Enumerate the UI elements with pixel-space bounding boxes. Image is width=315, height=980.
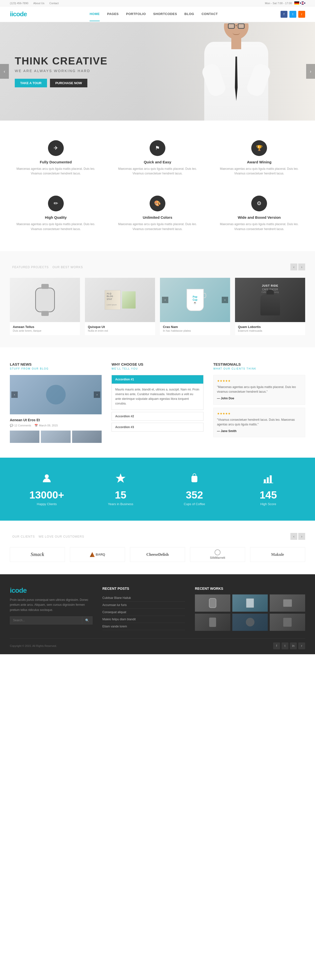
footer-post-link-0[interactable]: Cubitsar Blane Haituk <box>102 596 131 600</box>
contact-link[interactable]: Contact <box>49 2 59 5</box>
feature-title-4: Unlimited Colors <box>116 215 198 220</box>
feature-title-2: Award Wining <box>218 160 300 164</box>
nav-shortcodes[interactable]: SHORTCODES <box>153 7 177 21</box>
footer-facebook-icon[interactable]: f <box>273 643 280 649</box>
feature-icon-5: ⚙ <box>251 196 267 212</box>
project-name-1: Quisque Ut <box>88 325 152 329</box>
flag-uk[interactable] <box>300 2 305 5</box>
logo[interactable]: iicode <box>10 10 27 18</box>
feature-desc-2: Maecenas agentas arcu quis ligula mattis… <box>218 167 300 176</box>
rss-icon[interactable]: r <box>298 11 305 18</box>
project-item: ALQBLOGSTAT Lorem ipsum Quisque Ut Nulla… <box>85 278 155 335</box>
testimonial-author-1: — John Doe <box>217 396 301 401</box>
nav-home[interactable]: HOME <box>89 7 100 21</box>
projects-section: Featured Projects OUR BEST WORKS ‹ › Aen… <box>0 251 315 347</box>
blog-thumb-1 <box>10 431 40 443</box>
project-category-0: Duis ante lorem, ilarque <box>13 329 77 332</box>
nav-portfolio[interactable]: PORTFOLIO <box>126 7 146 21</box>
project-item: PopCup☕ ‹ › Cras Nam In hac habitasse pl… <box>160 278 230 335</box>
footer-work-5[interactable] <box>270 614 305 631</box>
person-glasses <box>228 23 245 29</box>
feature-icon-3: ✏ <box>48 196 64 212</box>
footer-post-link-3[interactable]: Maleio felipu diam blandit <box>102 617 135 621</box>
client-name-1: BARQ <box>90 552 105 557</box>
clients-prev-button[interactable]: ‹ <box>290 533 297 540</box>
project-prev-2[interactable]: ‹ <box>162 297 168 303</box>
clients-title: Our Clients WE LOVE OUR CUSTOMERS <box>10 534 84 539</box>
purchase-button[interactable]: Purchase Now <box>50 79 88 88</box>
nav-pages[interactable]: PAGES <box>107 7 119 21</box>
blog-col: Last News STUFF FROM OUR BLOG ‹ › Aenean… <box>10 362 102 443</box>
footer-work-img-4 <box>246 618 255 627</box>
nav-blog[interactable]: BLOG <box>185 7 194 21</box>
footer-linkedin-icon[interactable]: in <box>290 643 297 649</box>
projects-next-button[interactable]: › <box>298 264 305 270</box>
clients-header: Our Clients WE LOVE OUR CUSTOMERS ‹ › <box>10 533 305 540</box>
testimonial-text-1: "Maecenas agentas arcu quis ligula matti… <box>217 385 301 394</box>
footer-logo-accent: i <box>10 587 11 594</box>
twitter-icon[interactable]: t <box>290 11 296 18</box>
footer-search-button[interactable]: 🔍 <box>82 616 92 624</box>
hero-content: THINK CREATIVE WE ARE ALWAYS WORKING HAR… <box>0 56 122 87</box>
projects-prev-button[interactable]: ‹ <box>290 264 297 270</box>
facebook-icon[interactable]: f <box>280 11 288 18</box>
blog-prev-button[interactable]: ‹ <box>11 391 18 398</box>
business-hours: Mon - Sat 7:00 - 17:00 <box>265 2 292 5</box>
project-category-3: Etaerunt malesuada <box>238 329 302 332</box>
client-name-4: Makule <box>271 552 284 557</box>
footer-search: 🔍 <box>10 616 92 624</box>
project-nav-2: ‹ › <box>160 297 230 303</box>
stat-item-1: 15 Years in Business <box>84 473 158 506</box>
feature-title-5: Wide and Boxed Version <box>218 215 300 220</box>
flag-german[interactable] <box>294 2 299 5</box>
blog-thumbnails <box>10 431 102 443</box>
about-link[interactable]: About Us <box>33 2 44 5</box>
accordion-header-1[interactable]: Accordion #1 <box>111 375 203 384</box>
client-logo-2: CheeseDelish <box>130 547 185 562</box>
accordion-body-1: Mauris mauris ante, blandit et, ultrices… <box>111 384 203 410</box>
blog-nav: ‹ › <box>10 391 102 398</box>
footer-work-1[interactable] <box>232 595 268 612</box>
footer-work-3[interactable] <box>195 614 230 631</box>
stat-item-3: 145 High Score <box>231 473 305 506</box>
project-info-2: Cras Nam In hac habitasse platea <box>160 322 230 335</box>
accordion-header-2[interactable]: Accordion #2 <box>111 412 203 421</box>
footer-work-4[interactable] <box>232 614 268 631</box>
stat-icon-3 <box>231 473 305 487</box>
clients-next-button[interactable]: › <box>298 533 305 540</box>
clients-logos: Smack BARQ CheeseDelish SilkMarrett Maku… <box>10 547 305 562</box>
project-next-2[interactable]: › <box>222 297 228 303</box>
blog-featured-image: ‹ › <box>10 375 102 414</box>
footer-about: icode Proin iaculis purus consequat sem … <box>10 587 92 631</box>
testimonials-title: Testimonials <box>213 362 305 366</box>
take-tour-button[interactable]: Take a Tour <box>15 79 47 88</box>
footer-bottom: Copyright © 2015. All Rights Reserved. f… <box>10 638 305 649</box>
blog-next-button[interactable]: › <box>94 391 100 398</box>
features-grid: ✈ Fully Documented Maecenas agentas arcu… <box>10 135 305 237</box>
footer-works-title: Recent Works <box>195 587 305 590</box>
clients-nav: ‹ › <box>290 533 305 540</box>
feature-item: ⚑ Quick and Easy Maecenas agentas arcu q… <box>111 135 203 181</box>
hero-next-button[interactable]: › <box>306 64 315 79</box>
footer-post-link-2[interactable]: Consequat aliquat <box>102 611 126 614</box>
footer-search-input[interactable] <box>10 616 82 624</box>
footer-post-link-4[interactable]: Etiam vande lorem <box>102 625 127 628</box>
client-logo-0: Smack <box>10 547 65 562</box>
footer-work-2[interactable] <box>270 595 305 612</box>
accordion-header-3[interactable]: Accordion #3 <box>111 423 203 431</box>
feature-icon-1: ⚑ <box>150 140 165 156</box>
footer-twitter-icon[interactable]: t <box>282 643 288 649</box>
footer-post-link-1[interactable]: Accumsan lur furis <box>102 603 127 607</box>
footer-logo: icode <box>10 587 92 595</box>
footer-rss-icon[interactable]: r <box>298 643 305 649</box>
footer-work-0[interactable] <box>195 595 230 612</box>
footer-work-img-5 <box>283 618 292 627</box>
why-choose-subtitle: WE'LL TELL YOU <box>111 368 203 370</box>
nav-contact[interactable]: CONTACT <box>202 7 218 21</box>
three-col-section: Last News STUFF FROM OUR BLOG ‹ › Aenean… <box>0 347 315 458</box>
feature-item: ⚙ Wide and Boxed Version Maecenas agenta… <box>213 191 305 236</box>
blog-comments: 💬 12 Comments <box>10 424 31 427</box>
testimonials-subtitle: WHAT OUR CLIENTS THINK <box>213 368 305 370</box>
svg-marker-1 <box>116 473 126 483</box>
hero-prev-button[interactable]: ‹ <box>0 64 9 79</box>
